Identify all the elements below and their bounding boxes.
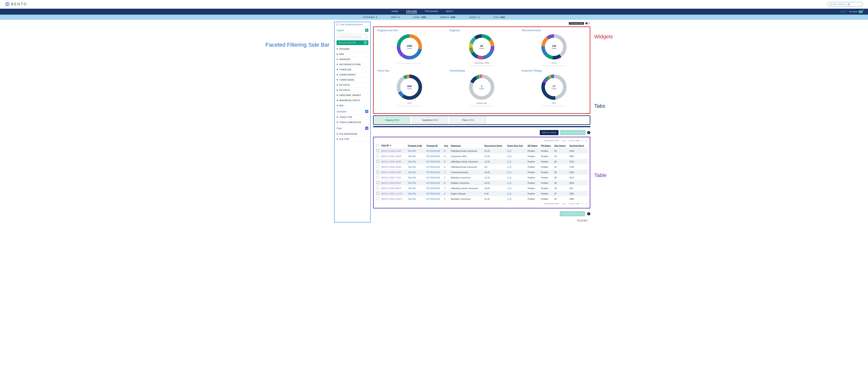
column-pr-status[interactable]: PR Status xyxy=(540,143,554,148)
program-id-link[interactable]: NCT00310180 xyxy=(426,191,443,196)
facet-diagnosis[interactable]: DIAGNOSIS xyxy=(335,57,370,62)
global-search-input[interactable]: SEARCH BENTO xyxy=(827,2,863,7)
row-checkbox[interactable] xyxy=(376,170,380,175)
case-id-link[interactable]: BENTO-CASE-29828 xyxy=(380,153,407,159)
row-checkbox[interactable] xyxy=(376,175,380,180)
program-id-link[interactable]: NCT00310180 xyxy=(426,180,443,185)
case-id-input[interactable]: e.g. BENTO-CASE-06, BENT...▾ xyxy=(337,35,368,39)
tab-samples[interactable]: Samples (1000) xyxy=(412,117,448,123)
program-code-link[interactable]: TAILORx xyxy=(407,191,426,196)
arm-link[interactable]: C xyxy=(443,175,450,180)
column-tumor-size-cm-[interactable]: Tumor Size (cm) xyxy=(506,143,527,148)
widget-scrollbar[interactable] xyxy=(542,105,566,107)
nav-item-explore[interactable]: EXPLORE xyxy=(406,10,417,13)
arm-link[interactable]: C xyxy=(443,170,450,175)
case-id-link[interactable]: BENTO-CASE-129972 xyxy=(380,196,407,202)
tumor-size-link[interactable]: (2,3] xyxy=(506,153,527,159)
donut-chart[interactable]: 1000Cases xyxy=(396,33,423,61)
program-code-link[interactable]: TAILORx xyxy=(407,153,426,159)
donut-chart[interactable]: 66Cases xyxy=(468,33,496,61)
program-id-link[interactable]: NCT00310180 xyxy=(426,185,443,191)
tumor-size-link[interactable]: (1,2] xyxy=(506,148,527,153)
case-id-link[interactable]: BENTO-CASE-35932 xyxy=(380,159,407,164)
facet-er-status[interactable]: ER STATUS xyxy=(335,83,370,88)
facet-file-association[interactable]: FILE ASSOCIATION xyxy=(335,131,370,137)
program-code-link[interactable]: TAILORx xyxy=(407,170,426,175)
program-id-link[interactable]: NCT00310180 xyxy=(426,170,443,175)
case-id-link[interactable]: BENTO-CASE-16495 xyxy=(380,148,407,153)
case-id-link[interactable]: BENTO-CASE-99932 xyxy=(380,185,407,191)
row-checkbox[interactable] xyxy=(376,164,380,170)
pager-prev-button[interactable]: ‹ xyxy=(582,139,583,142)
facet-pr-status[interactable]: PR STATUS xyxy=(335,88,370,93)
donut-chart[interactable]: 17Cases xyxy=(540,73,568,101)
pager-next-button[interactable]: › xyxy=(586,139,587,142)
row-checkbox[interactable] xyxy=(376,159,380,164)
column-er-status[interactable]: ER Status xyxy=(527,143,540,148)
program-id-link[interactable]: NCT00310180 xyxy=(426,164,443,170)
program-id-link[interactable]: NCT00310180 xyxy=(426,148,443,153)
logo[interactable]: BENTO xyxy=(5,2,27,6)
tumor-size-link[interactable]: (1,2] xyxy=(506,180,527,185)
search-icon[interactable] xyxy=(365,127,368,130)
nav-item-programs[interactable]: PROGRAMS xyxy=(425,10,438,13)
tumor-size-link[interactable]: (1,2] xyxy=(506,175,527,180)
login-link[interactable]: LOGIN xyxy=(840,11,846,13)
row-checkbox[interactable] xyxy=(376,180,380,185)
help-icon[interactable]: ? xyxy=(587,131,590,134)
program-code-link[interactable]: TAILORx xyxy=(407,159,426,164)
program-code-link[interactable]: TAILORx xyxy=(407,148,426,153)
go-to-cart-link[interactable]: Go to Cart > xyxy=(373,218,590,222)
tumor-size-link[interactable]: (1,2] xyxy=(506,185,527,191)
upload-case-set-button[interactable]: UPLOAD CASE SET xyxy=(337,40,368,45)
program-code-link[interactable]: TAILORx xyxy=(407,185,426,191)
program-code-link[interactable]: TAILORx xyxy=(407,196,426,202)
program-id-link[interactable]: NCT00310180 xyxy=(426,153,443,159)
search-icon[interactable] xyxy=(365,110,368,113)
facet-menopause-status[interactable]: MENOPAUSE STATUS xyxy=(335,98,370,103)
case-id-link[interactable]: BENTO-CASE-117224 xyxy=(380,191,407,196)
pager-next-button[interactable]: › xyxy=(586,202,587,205)
column-program-id[interactable]: Program ID xyxy=(426,143,443,148)
column-age-years-[interactable]: Age (years) xyxy=(554,143,568,148)
search-icon[interactable] xyxy=(365,29,368,32)
add-selected-files-button[interactable]: ADD SELECTED FILES xyxy=(560,130,586,135)
column-diagnosis[interactable]: Diagnosis xyxy=(450,143,484,148)
my-files-link[interactable]: MY FILES 0 xyxy=(849,10,863,13)
case-id-link[interactable]: BENTO-CASE-77341 xyxy=(380,175,407,180)
program-code-link[interactable]: TAILORx xyxy=(407,164,426,170)
widget-scrollbar[interactable] xyxy=(398,63,421,64)
arm-link[interactable]: A xyxy=(443,191,450,196)
widget-scrollbar[interactable] xyxy=(398,105,421,107)
arm-link[interactable]: B xyxy=(443,159,450,164)
facet-tumor-grade[interactable]: TUMOR GRADE xyxy=(335,78,370,83)
row-checkbox[interactable] xyxy=(376,191,380,196)
clear-filters-button[interactable]: Clear all filtered selections xyxy=(335,22,370,27)
collapse-view-toggle[interactable] xyxy=(585,22,590,25)
add-selected-files-button-bottom[interactable]: ADD SELECTED FILES xyxy=(560,211,585,216)
case-id-link[interactable]: BENTO-CASE-67043 xyxy=(380,170,407,175)
nav-item-about[interactable]: ABOUT xyxy=(446,10,454,13)
arm-link[interactable]: B xyxy=(443,148,450,153)
facet-recurrence-score[interactable]: RECURRENCE SCORE xyxy=(335,62,370,67)
donut-chart[interactable]: 146Cases xyxy=(540,33,568,61)
rows-per-page-select[interactable]: 10 ▾ xyxy=(562,140,566,142)
facet-chemotherapy[interactable]: CHEMOTHERAPY xyxy=(335,72,370,78)
widget-scrollbar[interactable] xyxy=(542,65,566,66)
arm-link[interactable]: B xyxy=(443,153,450,159)
tumor-size-link[interactable]: (1,2] xyxy=(506,164,527,170)
tab-files[interactable]: Files (1004) xyxy=(450,117,486,123)
widget-scrollbar[interactable] xyxy=(470,65,494,66)
pager-prev-button[interactable]: ‹ xyxy=(582,202,583,205)
column-case-id[interactable]: Case ID xyxy=(380,143,407,148)
program-id-link[interactable]: NCT00310180 xyxy=(426,159,443,164)
help-icon[interactable]: ? xyxy=(587,212,590,215)
program-code-link[interactable]: TAILORx xyxy=(407,175,426,180)
program-id-link[interactable]: NCT00310180 xyxy=(426,196,443,202)
tumor-size-link[interactable]: (2,3] xyxy=(506,170,527,175)
arm-link[interactable]: A xyxy=(443,164,450,170)
tumor-size-link[interactable]: (1,2] xyxy=(506,159,527,164)
nav-item-home[interactable]: HOME xyxy=(392,10,398,13)
rows-per-page-select-bottom[interactable]: 10 ▾ xyxy=(562,203,566,205)
tumor-size-link[interactable]: (1,2] xyxy=(506,191,527,196)
